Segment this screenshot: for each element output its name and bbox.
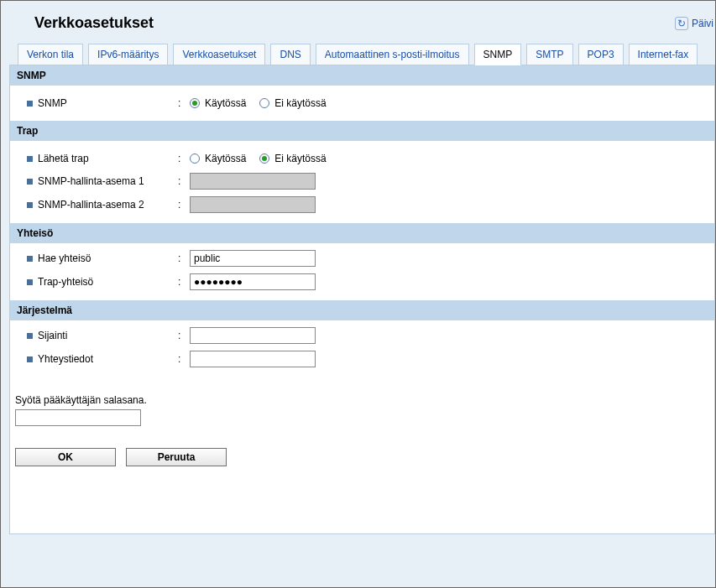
bullet-icon	[27, 333, 33, 339]
label-trap-community: Trap-yhteisö	[38, 276, 93, 288]
ok-button[interactable]: OK	[15, 448, 116, 466]
label-contact: Yhteystiedot	[38, 353, 93, 365]
tab-smtp[interactable]: SMTP	[526, 44, 572, 65]
bullet-icon	[27, 179, 33, 185]
colon: :	[178, 276, 190, 288]
bullet-icon	[27, 156, 33, 162]
label-trap-on: Käytössä	[205, 153, 246, 164]
label-snmp-off: Ei käytössä	[274, 97, 326, 109]
colon: :	[178, 252, 190, 264]
colon: :	[178, 175, 190, 187]
label-station2: SNMP-hallinta-asema 2	[38, 199, 144, 211]
radio-snmp-off[interactable]	[259, 98, 269, 108]
label-snmp-on: Käytössä	[205, 97, 246, 109]
input-get-community[interactable]	[190, 250, 316, 267]
section-system-header: Järjestelmä	[10, 300, 714, 320]
tab-pop3[interactable]: POP3	[578, 44, 624, 65]
label-trap-off: Ei käytössä	[274, 153, 326, 164]
tab-verkon-tila[interactable]: Verkon tila	[18, 44, 83, 65]
bullet-icon	[27, 101, 33, 107]
colon: :	[178, 353, 190, 365]
label-snmp: SNMP	[38, 97, 67, 109]
tab-ipv6[interactable]: IPv6-määritys	[88, 44, 168, 65]
section-snmp-header: SNMP	[10, 65, 714, 86]
tab-snmp[interactable]: SNMP	[474, 44, 522, 65]
bullet-icon	[27, 279, 33, 285]
input-trap-community[interactable]	[190, 273, 316, 290]
bullet-icon	[27, 202, 33, 208]
input-location[interactable]	[190, 327, 316, 344]
input-admin-password[interactable]	[15, 409, 141, 426]
input-station2[interactable]	[190, 196, 316, 213]
colon: :	[178, 199, 190, 211]
tab-verkkoasetukset[interactable]: Verkkoasetukset	[173, 44, 265, 65]
radio-trap-on[interactable]	[190, 154, 200, 164]
tab-bar: Verkon tila IPv6-määritys Verkkoasetukse…	[9, 44, 715, 65]
bullet-icon	[27, 356, 33, 362]
section-trap-header: Trap	[10, 121, 714, 141]
label-get-community: Hae yhteisö	[38, 252, 91, 264]
page-title: Verkkoasetukset	[34, 14, 154, 32]
label-send-trap: Lähetä trap	[38, 153, 89, 164]
tab-dns[interactable]: DNS	[270, 44, 310, 65]
colon: :	[178, 97, 190, 109]
password-prompt: Syötä pääkäyttäjän salasana.	[15, 394, 714, 406]
refresh-label: Päivi	[692, 18, 713, 29]
input-station1[interactable]	[190, 173, 316, 190]
refresh-icon: ↻	[675, 17, 688, 30]
section-community-header: Yhteisö	[10, 223, 714, 243]
colon: :	[178, 330, 190, 341]
colon: :	[178, 153, 190, 164]
tab-internet-fax[interactable]: Internet-fax	[629, 44, 698, 65]
refresh-link[interactable]: ↻ Päivi	[675, 17, 713, 30]
bullet-icon	[27, 256, 33, 262]
input-contact[interactable]	[190, 351, 316, 367]
cancel-button[interactable]: Peruuta	[126, 448, 227, 466]
radio-trap-off[interactable]	[259, 154, 269, 164]
tab-sposti[interactable]: Automaattinen s-posti-ilmoitus	[316, 44, 469, 65]
radio-snmp-on[interactable]	[190, 98, 200, 108]
label-station1: SNMP-hallinta-asema 1	[38, 175, 144, 187]
label-location: Sijainti	[38, 330, 67, 341]
